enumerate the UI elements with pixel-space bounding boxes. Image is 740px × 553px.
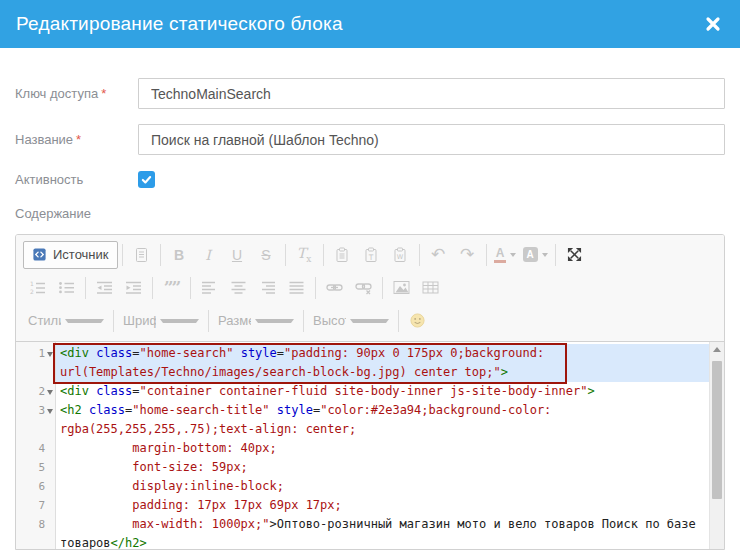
bg-color-button[interactable]: A	[520, 242, 551, 268]
align-left-button[interactable]	[195, 275, 224, 301]
toolbar-separator	[323, 244, 324, 266]
scroll-up-button[interactable]	[710, 342, 724, 357]
toolbar-separator	[419, 244, 420, 266]
code-line-row[interactable]: url(Templates/Techno/images/search-block…	[16, 363, 724, 382]
name-row: Название*	[15, 124, 725, 155]
activity-checkbox[interactable]	[138, 171, 155, 188]
gutter-cell: 2	[16, 382, 56, 401]
blockquote-icon: ””	[164, 279, 180, 296]
svg-text:W: W	[397, 253, 404, 261]
required-mark: *	[76, 132, 81, 147]
code-line: padding: 17px 17px 69px 17px;	[56, 496, 709, 515]
indent-button[interactable]	[119, 275, 148, 301]
gutter-cell	[16, 363, 56, 382]
align-left-icon	[201, 280, 218, 295]
numbered-list-button[interactable]: 1 2	[23, 275, 52, 301]
fold-toggle-icon[interactable]	[47, 409, 53, 414]
toolbar-separator	[555, 244, 556, 266]
modal-title: Редактирование статического блока	[16, 13, 343, 35]
unlink-button[interactable]	[349, 275, 378, 301]
underline-icon: U	[232, 247, 242, 263]
close-icon	[705, 16, 721, 32]
code-line: margin-bottom: 40px;	[56, 439, 709, 458]
styles-dropdown[interactable]: Стили	[23, 309, 109, 333]
link-button[interactable]	[320, 275, 349, 301]
code-line-row[interactable]: 1<div class="home-search" style="padding…	[16, 344, 724, 363]
bullet-list-icon	[58, 280, 75, 295]
gutter-cell: 4	[16, 439, 56, 458]
toolbar-row-1: Источник B I U S Tx	[23, 238, 717, 271]
italic-button[interactable]: I	[194, 242, 223, 268]
bold-button[interactable]: B	[165, 242, 194, 268]
code-rows: 1<div class="home-search" style="padding…	[16, 342, 724, 550]
paste-button[interactable]	[328, 242, 357, 268]
activity-label: Активность	[15, 172, 138, 187]
remove-format-button[interactable]: Tx	[290, 242, 319, 268]
check-icon	[140, 173, 153, 186]
code-line-row[interactable]: 7 padding: 17px 17px 69px 17px;	[16, 496, 724, 515]
maximize-icon	[567, 247, 582, 262]
indent-icon	[125, 280, 142, 295]
code-line-row[interactable]: 5 font-size: 59px;	[16, 458, 724, 477]
size-dropdown[interactable]: Размер	[213, 309, 299, 333]
italic-icon: I	[205, 247, 211, 263]
scrollbar-thumb[interactable]	[712, 361, 722, 499]
code-line-row[interactable]: товаров</h2>	[16, 534, 724, 550]
bullet-list-button[interactable]	[52, 275, 81, 301]
redo-button[interactable]: ↷	[453, 242, 482, 268]
code-line-row[interactable]: 3<h2 class="home-search-title" style="co…	[16, 401, 724, 420]
code-line-row[interactable]: rgba(255,255,255,.75);text-align: center…	[16, 420, 724, 439]
code-line: display:inline-block;	[56, 477, 709, 496]
chevron-down-icon	[510, 253, 516, 257]
toolbar-separator	[160, 244, 161, 266]
paste-text-button[interactable]: T	[357, 242, 386, 268]
toolbar-row-2: 1 2	[23, 271, 717, 304]
source-button[interactable]: Источник	[23, 241, 118, 269]
source-code-area[interactable]: 1<div class="home-search" style="padding…	[16, 342, 724, 550]
smiley-button[interactable]	[403, 308, 432, 334]
fold-toggle-icon[interactable]	[47, 352, 53, 357]
align-right-button[interactable]	[253, 275, 282, 301]
chevron-down-icon	[255, 319, 294, 323]
toolbar-separator	[122, 244, 123, 266]
edit-form: Ключ доступа* Название* Активность Содер…	[0, 48, 740, 221]
strikethrough-button[interactable]: S	[252, 242, 281, 268]
name-input[interactable]	[138, 124, 725, 155]
vertical-scrollbar[interactable]	[709, 342, 724, 550]
image-button[interactable]	[387, 275, 416, 301]
table-button[interactable]	[416, 275, 445, 301]
toolbar-separator	[152, 277, 153, 299]
font-dropdown[interactable]: Шрифт	[118, 309, 204, 333]
text-color-button[interactable]: A	[491, 242, 520, 268]
access-key-input[interactable]	[138, 78, 725, 109]
undo-button[interactable]: ↶	[424, 242, 453, 268]
chevron-down-icon	[542, 253, 548, 257]
underline-button[interactable]: U	[223, 242, 252, 268]
line-number: 6	[33, 477, 45, 496]
maximize-button[interactable]	[560, 242, 589, 268]
toolbar-separator	[486, 244, 487, 266]
align-center-button[interactable]	[224, 275, 253, 301]
required-mark: *	[101, 86, 106, 101]
toolbar-separator	[303, 310, 304, 332]
outdent-button[interactable]	[90, 275, 119, 301]
fold-toggle-icon[interactable]	[47, 390, 53, 395]
svg-text:2: 2	[30, 288, 34, 295]
paste-word-button[interactable]: W	[386, 242, 415, 268]
gutter-cell: 3	[16, 401, 56, 420]
content-label: Содержание	[15, 206, 138, 221]
code-line-row[interactable]: 6 display:inline-block;	[16, 477, 724, 496]
line-number: 3	[33, 401, 45, 420]
justify-button[interactable]	[282, 275, 311, 301]
access-key-row: Ключ доступа*	[15, 78, 725, 109]
code-line-row[interactable]: 8 max-width: 1000px;">Оптово-розничный м…	[16, 515, 724, 534]
blockquote-button[interactable]: ””	[157, 275, 186, 301]
align-right-icon	[259, 280, 276, 295]
line-height-dropdown[interactable]: Высота ...	[308, 309, 394, 333]
code-line-row[interactable]: 4 margin-bottom: 40px;	[16, 439, 724, 458]
code-line-row[interactable]: 2<div class="container container-fluid s…	[16, 382, 724, 401]
link-icon	[326, 280, 343, 295]
wysiwyg-editor: Источник B I U S Tx	[15, 234, 725, 550]
close-button[interactable]	[702, 13, 724, 35]
templates-button[interactable]	[127, 242, 156, 268]
